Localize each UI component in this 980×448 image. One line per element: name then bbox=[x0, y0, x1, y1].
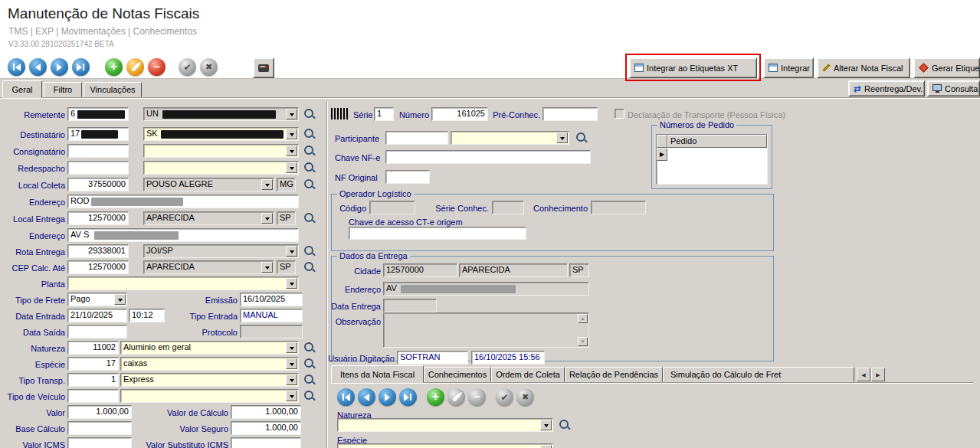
search-icon[interactable] bbox=[304, 179, 316, 191]
delete-button[interactable]: − bbox=[148, 58, 166, 76]
scroll-down-icon[interactable]: ▼ bbox=[578, 337, 588, 346]
entrega-endereco-field[interactable]: AV bbox=[383, 282, 589, 296]
serie-conhec-field[interactable] bbox=[492, 201, 524, 214]
search-icon[interactable] bbox=[304, 391, 316, 402]
items-cancel-button[interactable]: ✖ bbox=[516, 388, 534, 406]
search-icon[interactable] bbox=[304, 246, 316, 257]
chevron-down-icon[interactable] bbox=[261, 213, 273, 224]
chevron-down-icon[interactable] bbox=[286, 109, 297, 119]
items-nav-first-button[interactable] bbox=[337, 388, 355, 406]
valor-subst-icms-field[interactable] bbox=[231, 437, 301, 448]
tab-scroll-right-button[interactable]: ▶ bbox=[871, 368, 885, 381]
remetente-code-field[interactable]: 6 bbox=[67, 107, 129, 121]
tipo-transp-name-field[interactable]: Express bbox=[120, 373, 299, 387]
tab-filtro[interactable]: Filtro bbox=[44, 82, 82, 97]
natureza-name-field[interactable]: Aluminio em geral bbox=[120, 341, 299, 355]
search-icon[interactable] bbox=[304, 146, 316, 157]
search-icon[interactable] bbox=[304, 374, 316, 386]
consignatario-name-field[interactable] bbox=[143, 144, 299, 158]
search-icon[interactable] bbox=[304, 129, 316, 140]
valor-field[interactable]: 1.000,00 bbox=[67, 405, 132, 419]
pedido-column-header[interactable]: Pedido bbox=[667, 135, 767, 148]
items-edit-button[interactable] bbox=[447, 388, 465, 406]
tipo-frete-field[interactable]: Pago bbox=[67, 293, 127, 306]
item-natureza-field[interactable] bbox=[337, 418, 553, 432]
valor-calculo-field[interactable]: 1.000,00 bbox=[231, 405, 301, 419]
cep-calc-uf-field[interactable]: SP bbox=[277, 260, 296, 274]
declaracao-checkbox[interactable] bbox=[615, 109, 624, 119]
tipo-transp-code-field[interactable]: 1 bbox=[67, 373, 119, 387]
nav-last-button[interactable] bbox=[72, 58, 90, 76]
integrar-button[interactable]: Integrar bbox=[763, 57, 814, 78]
add-button[interactable]: + bbox=[105, 58, 123, 76]
endereco-coleta-field[interactable]: ROD bbox=[67, 195, 299, 208]
chevron-down-icon[interactable] bbox=[261, 179, 273, 190]
chevron-down-icon[interactable] bbox=[286, 358, 297, 369]
edit-button[interactable] bbox=[126, 58, 144, 76]
natureza-code-field[interactable]: 11002 bbox=[67, 341, 119, 355]
chave-cte-field[interactable] bbox=[349, 227, 526, 240]
tab-conhecimentos[interactable]: Conhecimentos bbox=[424, 367, 491, 382]
chevron-down-icon[interactable] bbox=[286, 391, 297, 401]
confirm-button[interactable]: ✔ bbox=[179, 58, 196, 76]
tab-simulacao-calculo[interactable]: Simulação do Cálculo de Fret bbox=[663, 367, 854, 382]
chevron-down-icon[interactable] bbox=[540, 420, 552, 430]
tab-relacao-pendencias[interactable]: Relação de Pendências bbox=[565, 367, 663, 382]
search-icon[interactable] bbox=[304, 109, 316, 120]
items-nav-last-button[interactable] bbox=[399, 388, 417, 406]
nav-first-button[interactable] bbox=[8, 58, 25, 76]
local-coleta-code-field[interactable]: 37550000 bbox=[67, 178, 129, 191]
tab-ordem-coleta[interactable]: Ordem de Coleta bbox=[491, 367, 565, 382]
local-entrega-uf-field[interactable]: SP bbox=[277, 211, 296, 225]
base-calculo-field[interactable] bbox=[67, 421, 132, 435]
planta-field[interactable] bbox=[67, 276, 299, 290]
chevron-down-icon[interactable] bbox=[286, 246, 297, 257]
items-delete-button[interactable]: − bbox=[468, 388, 486, 406]
observacao-textarea[interactable]: ▲ ▼ bbox=[383, 312, 589, 348]
endereco-entrega-field[interactable]: AV S bbox=[67, 228, 299, 242]
data-saida-field[interactable] bbox=[67, 325, 127, 338]
local-coleta-uf-field[interactable]: MG bbox=[277, 178, 296, 191]
valor-icms-field[interactable] bbox=[67, 437, 132, 448]
chevron-down-icon[interactable] bbox=[114, 294, 126, 305]
items-nav-next-button[interactable] bbox=[379, 388, 396, 406]
participante-name-field[interactable] bbox=[451, 131, 569, 145]
tipo-entrada-field[interactable]: MANUAL bbox=[240, 309, 303, 322]
search-icon[interactable] bbox=[559, 420, 571, 431]
consignatario-code-field[interactable] bbox=[67, 144, 129, 158]
data-entrada-date-field[interactable]: 21/10/2025 bbox=[67, 309, 127, 322]
search-icon[interactable] bbox=[304, 213, 316, 224]
tab-geral[interactable]: Geral bbox=[2, 80, 42, 98]
nav-next-button[interactable] bbox=[51, 58, 68, 76]
tab-scroll-left-button[interactable]: ◀ bbox=[857, 368, 870, 381]
cidade-nome-field[interactable]: APARECIDA bbox=[459, 263, 568, 277]
chave-nfe-field[interactable] bbox=[385, 150, 591, 164]
consulta-avancada-button[interactable]: Consulta Avanç bbox=[927, 80, 980, 96]
redespacho-code-field[interactable] bbox=[67, 161, 129, 175]
chevron-down-icon[interactable] bbox=[261, 262, 273, 273]
local-entrega-code-field[interactable]: 12570000 bbox=[67, 211, 129, 225]
gerar-etiqueta-button[interactable]: Gerar Etiqueta bbox=[913, 57, 980, 78]
search-icon[interactable] bbox=[304, 262, 316, 273]
numero-field[interactable]: 161025 bbox=[431, 107, 488, 121]
pedidos-grid[interactable]: Pedido ▶ bbox=[656, 134, 768, 185]
printer-button[interactable] bbox=[253, 57, 274, 78]
items-nav-prev-button[interactable] bbox=[358, 388, 375, 406]
chevron-down-icon[interactable] bbox=[286, 342, 297, 353]
tab-itens-nota-fiscal[interactable]: Itens da Nota Fiscal bbox=[331, 365, 424, 383]
search-icon[interactable] bbox=[304, 358, 316, 370]
nav-prev-button[interactable] bbox=[29, 58, 47, 76]
chevron-down-icon[interactable] bbox=[286, 129, 297, 139]
codigo-field[interactable] bbox=[369, 201, 415, 214]
alterar-nota-fiscal-button[interactable]: Alterar Nota Fiscal bbox=[817, 57, 910, 78]
chevron-down-icon[interactable] bbox=[286, 374, 297, 385]
especie-code-field[interactable]: 17 bbox=[67, 357, 119, 371]
cep-calc-code-field[interactable]: 12570000 bbox=[67, 260, 129, 274]
destinatario-code-field[interactable]: 17 bbox=[67, 127, 129, 141]
item-especie-field[interactable] bbox=[337, 443, 553, 448]
destinatario-name-field[interactable]: SK bbox=[143, 127, 299, 141]
chevron-down-icon[interactable] bbox=[286, 146, 297, 156]
local-entrega-name-field[interactable]: APARECIDA bbox=[143, 211, 274, 225]
rota-entrega-code-field[interactable]: 29338001 bbox=[67, 244, 129, 258]
cidade-codigo-field[interactable]: 12570000 bbox=[383, 263, 457, 277]
